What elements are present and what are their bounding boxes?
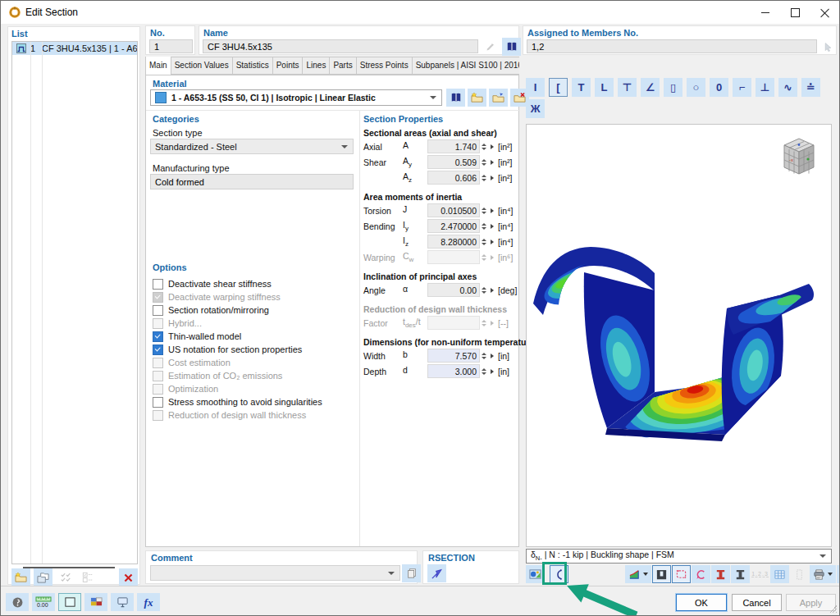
option-thin-walled-model[interactable]: Thin-walled model — [153, 330, 356, 343]
shape-l-section[interactable]: L — [595, 78, 614, 97]
maximize-button[interactable] — [780, 1, 810, 24]
checkbox-thin-walled-model[interactable] — [153, 331, 163, 342]
deformed-shape-button[interactable] — [672, 565, 691, 583]
option-us-notation-for-section-properties[interactable]: US notation for section properties — [153, 343, 356, 356]
detail-arrow-button[interactable] — [488, 240, 496, 244]
shape-corrugated-section[interactable]: ∿ — [778, 78, 797, 97]
detail-arrow-button[interactable] — [488, 288, 496, 293]
detail-arrow-button[interactable] — [488, 144, 496, 149]
spinner-buttons[interactable] — [480, 220, 488, 232]
name-field[interactable]: CF 3HU4.5x135 — [203, 39, 478, 53]
checkbox-deactivate-shear-stiffness[interactable] — [153, 279, 163, 290]
shape-ellipse-section[interactable]: 0 — [710, 78, 728, 97]
comment-combo[interactable] — [150, 565, 400, 581]
material-combo[interactable]: 1 - A653-15 (SS 50, CI 1) | Isotropic | … — [150, 89, 442, 106]
spinner-buttons[interactable] — [480, 204, 488, 217]
spinner-buttons[interactable] — [480, 140, 488, 153]
number-field[interactable]: 1 — [149, 39, 193, 53]
tab-parts[interactable]: Parts — [330, 57, 356, 75]
detail-arrow-button[interactable] — [488, 176, 496, 180]
tab-subpanels-aisi-s100-2016[interactable]: Subpanels | AISI S100 | 2016 — [413, 57, 519, 75]
property-value-field[interactable]: 1.740 — [427, 139, 480, 153]
section-fill-button[interactable] — [652, 565, 671, 583]
copy-comment-button[interactable] — [402, 564, 421, 582]
cancel-button[interactable]: Cancel — [732, 594, 782, 611]
shape-box-section[interactable]: ▯ — [664, 78, 682, 97]
shape-z-section[interactable]: ⌐ — [733, 78, 751, 97]
minimize-button[interactable] — [751, 1, 780, 24]
shape-c-section[interactable]: [ — [549, 78, 568, 97]
help-button[interactable] — [6, 593, 29, 611]
shape-t-section[interactable]: T — [572, 78, 591, 97]
property-value-field[interactable]: 2.470000 — [427, 219, 480, 233]
section-3d-view[interactable]: -x — [526, 124, 832, 547]
checkbox-reduction-of-design-wall-thickness — [153, 410, 163, 421]
section-solid-button[interactable] — [731, 565, 750, 583]
material-library-button[interactable] — [446, 89, 465, 107]
shape-angle-section[interactable]: ∠ — [641, 78, 660, 97]
tab-statistics[interactable]: Statistics — [233, 57, 273, 75]
property-value-field[interactable]: 7.570 — [427, 349, 480, 363]
copy-section-button[interactable] — [34, 568, 52, 586]
section-type-combo[interactable]: Standardized - Steel — [150, 139, 354, 154]
option-section-rotation-mirroring[interactable]: Section rotation/mirroring — [153, 303, 356, 317]
shape-solid-section[interactable]: ≐ — [801, 78, 820, 97]
section-list[interactable]: 1 CF 3HU4.5x135 | 1 - A653-15 (SS — [11, 41, 138, 564]
print-button[interactable] — [810, 565, 836, 583]
full-screen-button[interactable] — [111, 593, 134, 611]
shape-tee-down-section[interactable]: ⊤ — [618, 78, 637, 97]
checkbox-us-notation-for-section-properties[interactable] — [153, 345, 163, 355]
shape-built-up-section[interactable]: Ж — [526, 99, 545, 118]
shape-pipe-section[interactable]: ○ — [687, 78, 705, 97]
tab-points[interactable]: Points — [273, 57, 304, 75]
tab-stress-points[interactable]: Stress Points — [357, 57, 413, 75]
tab-section-values[interactable]: Section Values — [171, 57, 233, 75]
delete-section-button[interactable] — [119, 568, 138, 586]
checkbox-section-rotation-mirroring[interactable] — [153, 305, 163, 316]
detail-arrow-button[interactable] — [488, 208, 496, 213]
new-section-button[interactable] — [11, 568, 30, 586]
close-button[interactable] — [810, 1, 839, 24]
cancel-zoom-button[interactable] — [837, 565, 840, 583]
spinner-buttons[interactable] — [480, 171, 488, 184]
spinner-buttons[interactable] — [480, 235, 488, 248]
shape-i-section[interactable]: I — [526, 78, 545, 97]
navigation-cube[interactable]: -x — [778, 135, 819, 179]
checkbox-stress-smoothing-to-avoid-singularities[interactable] — [153, 397, 163, 408]
open-rsection-button[interactable] — [427, 564, 446, 582]
detail-arrow-button[interactable] — [488, 369, 496, 374]
detail-arrow-button[interactable] — [488, 354, 496, 358]
spinner-buttons[interactable] — [480, 156, 488, 168]
edit-material-button[interactable] — [489, 89, 508, 107]
result-grid-button[interactable] — [770, 565, 789, 583]
spinner-buttons[interactable] — [480, 365, 488, 377]
property-value-field[interactable]: 8.280000 — [427, 235, 480, 249]
property-value-field[interactable]: 0.010500 — [427, 203, 480, 217]
section-library-button[interactable] — [502, 38, 521, 56]
color-scale-button[interactable] — [58, 593, 81, 611]
detail-arrow-button[interactable] — [488, 160, 496, 165]
spinner-buttons[interactable] — [480, 349, 488, 362]
option-deactivate-shear-stiffness[interactable]: Deactivate shear stiffness — [153, 277, 356, 290]
new-material-button[interactable] — [468, 89, 486, 107]
display-properties-button[interactable] — [84, 593, 107, 611]
ok-button[interactable]: OK — [676, 594, 727, 611]
property-value-field[interactable]: 0.509 — [427, 155, 480, 169]
assigned-members-field[interactable]: 1,2 — [527, 39, 817, 53]
spinner-buttons[interactable] — [480, 284, 488, 296]
effective-widths-button[interactable] — [692, 565, 710, 583]
option-stress-smoothing-to-avoid-singularities[interactable]: Stress smoothing to avoid singularities — [153, 395, 356, 408]
resize-grip[interactable] — [829, 605, 837, 613]
tab-lines[interactable]: Lines — [303, 57, 330, 75]
tab-main[interactable]: Main — [145, 57, 171, 75]
property-value-field[interactable]: 0.606 — [427, 171, 480, 185]
result-selector-combo[interactable]: δN- | N : -1 kip | Buckling shape | FSM — [526, 549, 832, 564]
property-value-field[interactable]: 3.000 — [427, 364, 480, 378]
stress-points-button[interactable] — [711, 565, 730, 583]
detail-arrow-button[interactable] — [488, 224, 496, 229]
stress-display-button[interactable] — [625, 565, 651, 583]
property-value-field[interactable]: 0.00 — [427, 283, 480, 297]
shape-rail-section[interactable]: ⊥ — [756, 78, 774, 97]
units-button[interactable]: 0.00 — [32, 593, 55, 611]
formulas-button[interactable]: fx — [137, 593, 160, 611]
